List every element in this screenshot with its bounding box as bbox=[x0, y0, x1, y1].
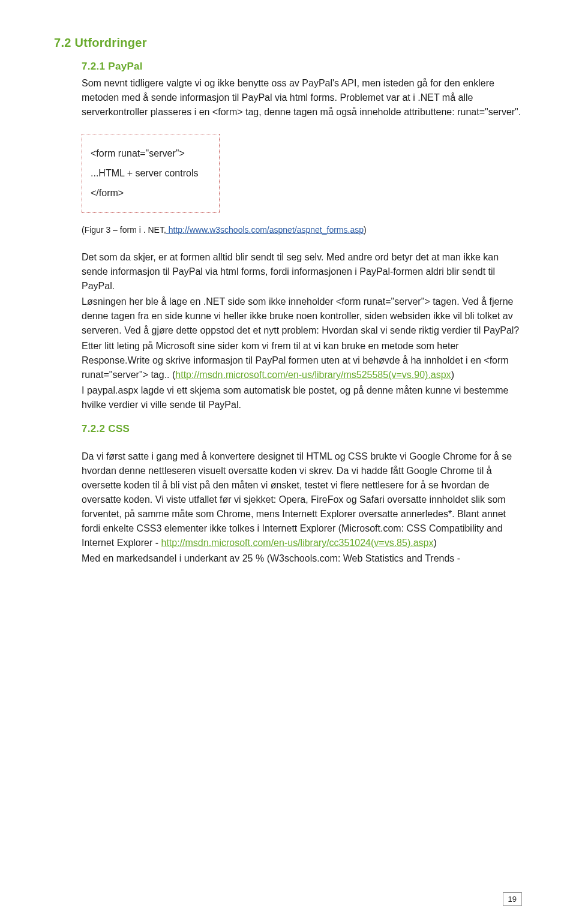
code-line-1: <form runat="server"> bbox=[91, 145, 211, 163]
code-line-3: </form> bbox=[91, 185, 211, 202]
paragraph-css-1-post: ) bbox=[433, 538, 436, 548]
paragraph-paypal-2a: Det som da skjer, er at formen alltid bl… bbox=[82, 250, 522, 293]
heading-utfordringer: 7.2 Utfordringer bbox=[54, 36, 522, 50]
paragraph-css-1-pre: Da vi først satte i gang med å konverter… bbox=[82, 451, 512, 548]
citation-link[interactable]: http://www.w3schools.com/aspnet/aspnet_f… bbox=[166, 225, 364, 235]
code-line-2: ...HTML + server controls bbox=[91, 165, 211, 182]
document-page: 7.2 Utfordringer 7.2.1 PayPal Som nevnt … bbox=[0, 0, 576, 924]
paragraph-paypal-2b: Løsningen her ble å lage en .NET side so… bbox=[82, 295, 522, 338]
code-snippet: <form runat="server"> ...HTML + server c… bbox=[82, 134, 220, 213]
paragraph-paypal-2c-post: ) bbox=[451, 370, 454, 380]
paragraph-paypal-intro: Som nevnt tidligere valgte vi og ikke be… bbox=[82, 76, 522, 119]
citation-suffix: ) bbox=[364, 225, 367, 235]
paragraph-css-2: Med en markedsandel i underkant av 25 % … bbox=[82, 551, 522, 566]
paragraph-paypal-2c: Etter litt leting på Microsoft sine side… bbox=[82, 339, 522, 382]
paragraph-css-1: Da vi først satte i gang med å konverter… bbox=[82, 449, 522, 550]
page-number: 19 bbox=[503, 892, 522, 906]
msdn-link-1[interactable]: http://msdn.microsoft.com/en-us/library/… bbox=[175, 370, 451, 380]
msdn-link-2[interactable]: http://msdn.microsoft.com/en-us/library/… bbox=[161, 538, 434, 548]
section-paypal: 7.2.1 PayPal Som nevnt tidligere valgte … bbox=[82, 61, 522, 566]
heading-css: 7.2.2 CSS bbox=[82, 423, 522, 435]
figure-citation: (Figur 3 – form i . NET, http://www.w3sc… bbox=[82, 225, 522, 235]
citation-prefix: (Figur 3 – form i . NET, bbox=[82, 225, 166, 235]
heading-paypal: 7.2.1 PayPal bbox=[82, 61, 522, 73]
paragraph-paypal-2d: I paypal.aspx lagde vi ett skjema som au… bbox=[82, 383, 522, 412]
